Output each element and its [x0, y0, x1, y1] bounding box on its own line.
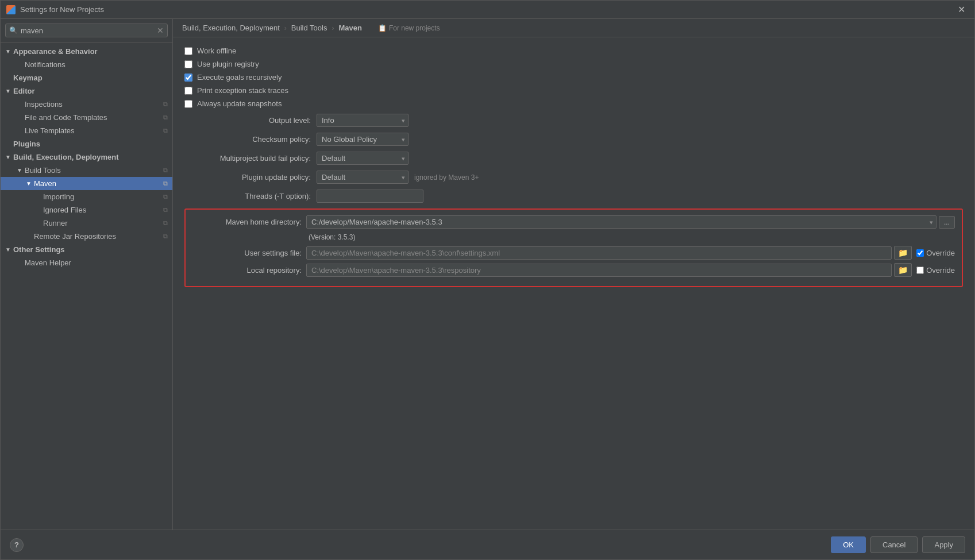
sidebar-item-other-settings[interactable]: ▼ Other Settings — [1, 243, 172, 256]
print-exception-label[interactable]: Print exception stack traces — [197, 86, 288, 95]
local-repo-browse-icon[interactable]: 📁 — [894, 263, 912, 277]
cancel-button[interactable]: Cancel — [870, 536, 918, 553]
checksum-policy-select-wrap: No Global Policy Fail Warn Ignore — [317, 133, 409, 146]
sidebar-item-inspections[interactable]: Inspections ⧉ — [1, 98, 172, 111]
sidebar-item-live-templates[interactable]: Live Templates ⧉ — [1, 124, 172, 137]
print-exception-checkbox[interactable] — [184, 87, 192, 95]
sidebar-item-label: Inspections — [25, 100, 63, 109]
sidebar-item-label: File and Code Templates — [25, 113, 107, 122]
output-level-select[interactable]: Info Debug Warn Error — [317, 114, 409, 127]
note-text: For new projects — [389, 24, 440, 32]
user-settings-override-label[interactable]: Override — [926, 249, 955, 257]
sidebar-item-build-tools[interactable]: ▼ Build Tools ⧉ — [1, 164, 172, 177]
sidebar-item-keymap[interactable]: Keymap — [1, 71, 172, 84]
sidebar-item-maven[interactable]: ▼ Maven ⧉ — [1, 177, 172, 190]
checkbox-work-offline: Work offline — [184, 47, 963, 55]
sidebar-item-label: Appearance & Behavior — [13, 47, 98, 56]
sidebar-item-appearance[interactable]: ▼ Appearance & Behavior — [1, 45, 172, 58]
apply-button[interactable]: Apply — [922, 536, 965, 553]
sidebar-item-remote-jar[interactable]: Remote Jar Repositories ⧉ — [1, 230, 172, 243]
multiproject-policy-select[interactable]: Default Never Fail At End After Failure — [317, 152, 409, 165]
search-input[interactable] — [21, 26, 157, 35]
plugin-update-policy-select-wrap: Default Always Never Daily — [317, 171, 409, 184]
main-panel: Build, Execution, Deployment › Build Too… — [173, 19, 974, 530]
user-settings-input-wrap: 📁 — [306, 246, 912, 260]
checksum-policy-label: Checksum policy: — [184, 135, 311, 144]
search-clear-icon[interactable]: ✕ — [157, 26, 164, 35]
help-button[interactable]: ? — [10, 538, 24, 552]
close-button[interactable]: ✕ — [954, 3, 969, 16]
checksum-policy-select[interactable]: No Global Policy Fail Warn Ignore — [317, 133, 409, 146]
user-settings-browse-icon[interactable]: 📁 — [894, 246, 912, 260]
sidebar-item-plugins[interactable]: Plugins — [1, 137, 172, 150]
sidebar-item-editor[interactable]: ▼ Editor — [1, 84, 172, 98]
output-level-row: Output level: Info Debug Warn Error — [184, 114, 963, 127]
arrow-icon: ▼ — [5, 48, 11, 55]
sidebar-item-label: Maven — [34, 179, 56, 188]
user-settings-input[interactable] — [306, 246, 892, 260]
copy-icon: ⧉ — [163, 193, 168, 200]
sidebar-item-label: Runner — [43, 219, 68, 227]
copy-icon: ⧉ — [163, 167, 168, 174]
local-repo-override-label[interactable]: Override — [926, 266, 955, 275]
breadcrumb-bar: Build, Execution, Deployment › Build Too… — [173, 19, 974, 37]
sidebar-item-build-exec-deploy[interactable]: ▼ Build, Execution, Deployment — [1, 150, 172, 164]
sidebar-item-label: Other Settings — [13, 245, 65, 254]
maven-version-note: (Version: 3.5.3) — [192, 232, 955, 246]
sidebar-item-label: Notifications — [25, 60, 65, 69]
output-level-select-wrap: Info Debug Warn Error — [317, 114, 409, 127]
copy-icon: ⧉ — [163, 180, 168, 187]
plugin-update-policy-row: Plugin update policy: Default Always Nev… — [184, 171, 963, 184]
use-plugin-registry-label[interactable]: Use plugin registry — [197, 60, 259, 68]
sidebar-item-label: Ignored Files — [43, 206, 86, 214]
local-repo-override-wrap: Override — [916, 266, 955, 275]
always-update-label[interactable]: Always update snapshots — [197, 99, 282, 108]
copy-icon: ⧉ — [163, 233, 168, 240]
work-offline-label[interactable]: Work offline — [197, 47, 236, 55]
title-bar: Settings for New Projects ✕ — [1, 1, 974, 19]
sidebar-item-ignored-files[interactable]: Ignored Files ⧉ — [1, 203, 172, 217]
threads-input[interactable] — [317, 190, 423, 203]
sidebar-item-importing[interactable]: Importing ⧉ — [1, 190, 172, 203]
local-repo-label: Local repository: — [192, 266, 302, 275]
breadcrumb-sep2: › — [332, 24, 334, 32]
search-box: 🔍 ✕ — [1, 19, 172, 43]
maven-home-label: Maven home directory: — [192, 218, 302, 226]
sidebar-item-label: Editor — [13, 87, 35, 95]
use-plugin-registry-checkbox[interactable] — [184, 60, 192, 68]
work-offline-checkbox[interactable] — [184, 47, 192, 55]
sidebar-item-file-code-templates[interactable]: File and Code Templates ⧉ — [1, 111, 172, 124]
user-settings-label: User settings file: — [192, 249, 302, 257]
plugin-update-policy-label: Plugin update policy: — [184, 173, 311, 181]
maven-home-select[interactable]: C:/develop/Maven/apache-maven-3.5.3 — [306, 215, 937, 229]
sidebar-item-label: Importing — [43, 192, 74, 201]
execute-goals-checkbox[interactable] — [184, 74, 192, 82]
copy-icon: ⧉ — [163, 127, 168, 134]
multiproject-policy-select-wrap: Default Never Fail At End After Failure — [317, 152, 409, 165]
local-repo-override-checkbox[interactable] — [916, 267, 924, 274]
copy-icon: ⧉ — [163, 219, 168, 227]
execute-goals-label[interactable]: Execute goals recursively — [197, 73, 282, 82]
threads-label: Threads (-T option): — [184, 192, 311, 200]
search-input-wrap: 🔍 ✕ — [5, 24, 168, 37]
bottom-bar: ? OK Cancel Apply — [1, 530, 974, 559]
checksum-policy-row: Checksum policy: No Global Policy Fail W… — [184, 133, 963, 146]
note-icon: 📋 — [378, 24, 387, 32]
copy-icon: ⧉ — [163, 206, 168, 214]
maven-home-row: Maven home directory: C:/develop/Maven/a… — [192, 215, 955, 229]
sidebar-item-notifications[interactable]: Notifications — [1, 58, 172, 71]
content-area: 🔍 ✕ ▼ Appearance & Behavior Notification… — [1, 19, 974, 530]
plugin-update-policy-select[interactable]: Default Always Never Daily — [317, 171, 409, 184]
sidebar-item-label: Plugins — [13, 140, 40, 148]
sidebar-item-label: Build, Execution, Deployment — [13, 153, 118, 161]
user-settings-override-checkbox[interactable] — [916, 249, 924, 257]
local-repo-input[interactable] — [306, 264, 892, 277]
sidebar-item-label: Keymap — [13, 74, 43, 82]
ok-button[interactable]: OK — [831, 536, 866, 553]
always-update-checkbox[interactable] — [184, 100, 192, 108]
maven-home-browse-button[interactable]: ... — [939, 216, 955, 229]
output-level-label: Output level: — [184, 116, 311, 125]
sidebar-item-maven-helper[interactable]: Maven Helper — [1, 256, 172, 269]
sidebar-item-runner[interactable]: Runner ⧉ — [1, 217, 172, 230]
plugin-update-hint: ignored by Maven 3+ — [414, 173, 479, 181]
